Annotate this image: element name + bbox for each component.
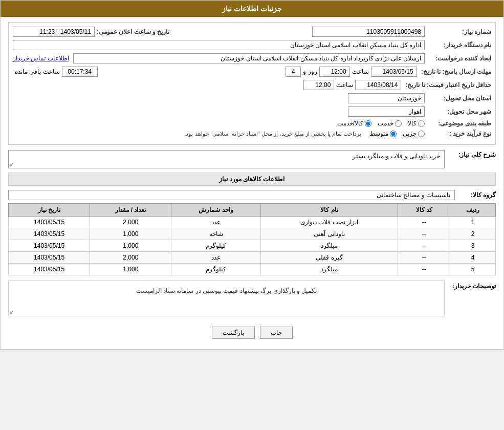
cell-tarikh: 1403/05/15	[9, 240, 90, 252]
radio-kala-khadamat: کالا/خدمت	[337, 120, 371, 127]
row-tabagheh: طبقه بندی موضوعی: کالا خدمت کالا/خدمت	[13, 120, 491, 127]
cell-tedad: 2,000	[90, 217, 171, 228]
page-header: جزئیات اطلاعات نیاز	[1, 1, 503, 17]
cell-tedad: 1,000	[90, 240, 171, 252]
row-shomare: شماره نیاز: 1103005911000498 تاریخ و ساع…	[13, 27, 491, 37]
mohlat-baqi: 00:17:34	[62, 67, 98, 77]
shrh-box: خرید ناودانی و فلاب و میلگرد بستر ↙	[8, 150, 445, 168]
shrh-arrow-icon: ↙	[10, 161, 14, 167]
radio-khadamat: خدمت	[378, 120, 402, 127]
cell-tarikh: 1403/05/15	[9, 252, 90, 264]
radio-motavasset-input[interactable]	[390, 131, 397, 137]
cell-name: گیره قفلی	[260, 252, 398, 264]
cell-name: ناودانی آهنی	[260, 228, 398, 240]
cell-kod: --	[398, 264, 450, 275]
hadaqal-time: 12:00	[303, 80, 334, 90]
radio-kala-khadamat-input[interactable]	[365, 120, 371, 127]
shomare-niaz-value: 1103005911000498	[312, 27, 425, 37]
radio-jozi-label: جزیی	[403, 130, 417, 137]
mohlat-date: 1403/05/15	[371, 67, 417, 77]
row-dasgah: نام دستگاه خریدار: اداره کل بنیاد مسکن ا…	[13, 40, 491, 50]
tabagheh-label: طبقه بندی موضوعی:	[425, 120, 491, 127]
row-shahr: شهر محل تحویل: اهواز	[13, 106, 491, 117]
cell-kod: --	[398, 217, 450, 228]
noe-farayand-note: پرداخت تمام یا بخشی از مبلغ خرید، از محل…	[184, 131, 361, 137]
radio-khadamat-label: خدمت	[378, 120, 393, 127]
hadaqal-time-label: ساعت	[334, 81, 355, 89]
page-title: جزئیات اطلاعات نیاز	[222, 5, 282, 13]
radio-jozi-input[interactable]	[418, 131, 425, 137]
tarikh-value: 1403/05/11 - 11:23	[13, 27, 95, 37]
cell-tedad: 2,000	[90, 252, 171, 264]
col-vahed: واحد شمارش	[171, 204, 260, 217]
dasgah-label: نام دستگاه خریدار:	[425, 41, 491, 49]
ostan-label: استان محل تحویل:	[425, 95, 491, 102]
cell-radif: 5	[450, 264, 496, 275]
row-hadaqal: حداقل تاریخ اعتبار قیمت: تا تاریخ: 1403/…	[13, 80, 491, 90]
noe-farayand-label: نوع فرآیند خرید :	[425, 130, 491, 137]
tabagheh-radios: کالا خدمت کالا/خدمت	[337, 120, 425, 127]
row-mohlat: مهلت ارسال پاسخ: تا تاریخ: 1403/05/15 سا…	[13, 67, 491, 77]
cell-kod: --	[398, 228, 450, 240]
mohlat-roz: 4	[286, 67, 301, 77]
shrh-section: شرح کلی نیاز: خرید ناودانی و فلاب و میلگ…	[8, 150, 496, 168]
hadaqal-label: حداقل تاریخ اعتبار قیمت: تا تاریخ:	[401, 81, 491, 89]
shrh-label: شرح کلی نیاز:	[445, 150, 496, 158]
tozihat-label: توصیحات خریدار:	[445, 281, 496, 290]
col-name: نام کالا	[260, 204, 398, 217]
goods-section: اطلاعات کالاهای مورد نیاز گروه کالا: تاس…	[8, 173, 496, 275]
mohlat-baqi-label: ساعت باقی مانده	[13, 68, 62, 75]
shrh-value: خرید ناودانی و فلاب و میلگرد بستر	[353, 153, 440, 160]
cell-vahed: شاخه	[171, 228, 260, 240]
cell-radif: 3	[450, 240, 496, 252]
radio-jozi: جزیی	[403, 130, 425, 137]
radio-kala-input[interactable]	[418, 120, 425, 127]
tarikh-label: تاریخ و ساعت اعلان عمومی:	[95, 28, 169, 35]
cell-radif: 1	[450, 217, 496, 228]
radio-kala-khadamat-label: کالا/خدمت	[337, 120, 363, 127]
cell-tarikh: 1403/05/15	[9, 264, 90, 275]
cell-tarikh: 1403/05/15	[9, 228, 90, 240]
mohlat-label: مهلت ارسال پاسخ: تا تاریخ:	[417, 68, 491, 75]
ettelas-tamas-link[interactable]: اطلاعات تماس خریدار	[13, 55, 69, 62]
table-row: 3 -- میلگرد کیلوگرم 1,000 1403/05/15	[9, 240, 496, 252]
hadaqal-date: 1403/08/14	[355, 80, 401, 90]
cell-vahed: کیلوگرم	[171, 264, 260, 275]
mohlat-time-label: ساعت	[350, 68, 371, 75]
table-header-row: ردیف کد کالا نام کالا واحد شمارش تعداد /…	[9, 204, 496, 217]
info-section: شماره نیاز: 1103005911000498 تاریخ و ساع…	[8, 22, 496, 145]
shahr-value: اهواز	[348, 106, 425, 117]
cell-vahed: کیلوگرم	[171, 240, 260, 252]
radio-khadamat-input[interactable]	[395, 120, 402, 127]
cell-name: ابزار نصب فلاب دیواری	[260, 217, 398, 228]
table-row: 2 -- ناودانی آهنی شاخه 1,000 1403/05/15	[9, 228, 496, 240]
bazgasht-button[interactable]: بازگشت	[212, 327, 255, 339]
cell-kod: --	[398, 240, 450, 252]
radio-motavasset: متوسط	[369, 130, 397, 137]
radio-motavasset-label: متوسط	[369, 130, 388, 137]
cell-radif: 4	[450, 252, 496, 264]
cell-name: میلگرد	[260, 264, 398, 275]
chap-button[interactable]: چاپ	[260, 327, 293, 339]
tozihat-arrow-icon: ↙	[10, 309, 14, 315]
cell-tedad: 1,000	[90, 228, 171, 240]
row-noe-farayand: نوع فرآیند خرید : جزیی متوسط پرداخت تمام…	[13, 130, 491, 137]
radio-kala: کالا	[408, 120, 425, 127]
cell-tarikh: 1403/05/15	[9, 217, 90, 228]
cell-name: میلگرد	[260, 240, 398, 252]
cell-vahed: عدد	[171, 252, 260, 264]
tozihat-box: تکمیل و بارگذاری برگ پیشنهاد قیمت پیوستی…	[8, 281, 445, 316]
goods-section-title: اطلاعات کالاهای مورد نیاز	[8, 173, 496, 186]
shrh-row: شرح کلی نیاز: خرید ناودانی و فلاب و میلگ…	[8, 150, 496, 168]
page-wrapper: جزئیات اطلاعات نیاز شماره نیاز: 11030059…	[0, 0, 504, 350]
tozihat-section: توصیحات خریدار: تکمیل و بارگذاری برگ پیش…	[8, 281, 496, 316]
button-row: چاپ بازگشت	[8, 321, 496, 344]
table-row: 1 -- ابزار نصب فلاب دیواری عدد 2,000 140…	[9, 217, 496, 228]
table-row: 4 -- گیره قفلی عدد 2,000 1403/05/15	[9, 252, 496, 264]
table-row: 5 -- میلگرد کیلوگرم 1,000 1403/05/15	[9, 264, 496, 275]
group-row: گروه کالا: تاسیسات و مصالح ساختمانی	[8, 190, 496, 200]
group-label: گروه کالا:	[455, 191, 496, 199]
cell-kod: --	[398, 252, 450, 264]
mohlat-time: 12:00	[319, 67, 350, 77]
col-tarikh: تاریخ نیاز	[9, 204, 90, 217]
